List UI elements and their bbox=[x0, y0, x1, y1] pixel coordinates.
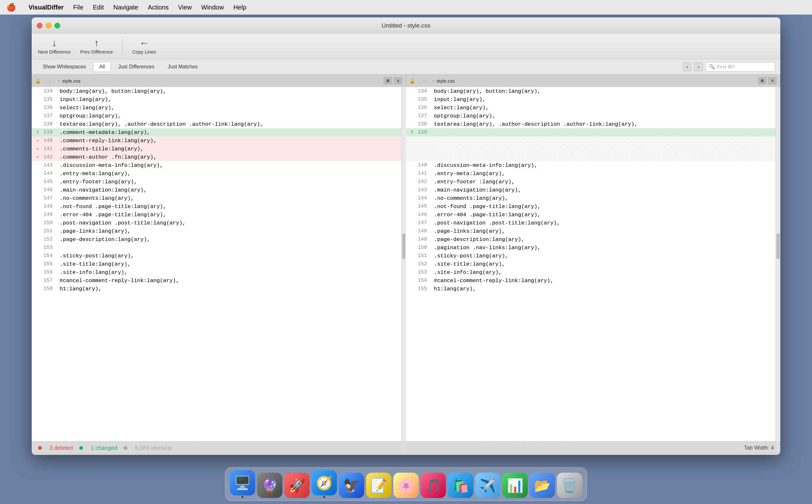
close-button[interactable] bbox=[37, 23, 42, 28]
line-content: .sticky-post:lang(ary), bbox=[57, 253, 401, 259]
menubar-file[interactable]: File bbox=[73, 4, 83, 11]
line-number: 155 bbox=[414, 286, 431, 292]
line-content: #cancel-comment-reply-link:lang(ary), bbox=[431, 278, 776, 284]
dock: 🖥️ 🔮 🚀 🧭 🦅 📝 🌸 🎵 bbox=[225, 467, 587, 501]
line-content: optgroup:lang(ary), bbox=[431, 113, 776, 119]
deleted-dot bbox=[38, 446, 42, 450]
line-content: .post-navigation .post-title:lang(ary), bbox=[431, 220, 776, 226]
search-box[interactable]: 🔍 Find ⌘F bbox=[706, 62, 775, 72]
code-line: 140.discussion-meta-info:lang(ary), bbox=[406, 161, 776, 169]
tab-next-arrow[interactable]: › bbox=[694, 62, 703, 71]
prev-difference-button[interactable]: ↑ Prev Difference bbox=[80, 38, 113, 54]
code-line: 145.not-found .page-title:lang(ary), bbox=[406, 202, 776, 211]
right-code-scroll[interactable]: 134body:lang(ary), button:lang(ary),135i… bbox=[406, 87, 776, 442]
right-filetab-btn2[interactable]: ≡ bbox=[768, 77, 777, 85]
line-content: select:lang(ary), bbox=[431, 105, 776, 111]
line-number: 138 bbox=[40, 121, 57, 127]
minimize-button[interactable] bbox=[46, 23, 51, 28]
code-line: 141.entry-meta:lang(ary), bbox=[406, 169, 776, 178]
right-filetab-btn1[interactable]: ⊞ bbox=[758, 77, 767, 85]
left-scrollbar[interactable] bbox=[402, 87, 406, 453]
line-number: 144 bbox=[40, 171, 57, 176]
right-path-sep: › bbox=[433, 78, 434, 83]
downloads-icon[interactable]: 📂 bbox=[530, 473, 555, 498]
line-content: textarea:lang(ary), .author-description … bbox=[431, 121, 776, 127]
menubar-help[interactable]: Help bbox=[233, 4, 246, 11]
safari-icon[interactable]: 🧭 bbox=[312, 470, 337, 495]
copy-lines-button[interactable]: ← Copy Lines bbox=[132, 38, 156, 54]
line-content: .entry-footer:lang(ary), bbox=[57, 179, 401, 185]
menubar-actions[interactable]: Actions bbox=[148, 4, 168, 11]
line-content: .comment-metadata:lang(ary), bbox=[57, 129, 401, 135]
left-filetab-btn2[interactable]: ≡ bbox=[394, 77, 403, 85]
line-content: .page-links:lang(ary), bbox=[57, 228, 401, 234]
notes-icon[interactable]: 📝 bbox=[366, 473, 391, 498]
line-content: .entry-meta:lang(ary), bbox=[431, 171, 776, 177]
siri-icon[interactable]: 🔮 bbox=[257, 473, 282, 498]
line-content: .page-description:lang(ary), bbox=[431, 236, 776, 243]
apple-menu[interactable]: 🍎 bbox=[6, 3, 16, 12]
line-content: .post-navigation .post-title:lang(ary), bbox=[57, 220, 401, 226]
line-content: .comment-reply-link:lang(ary), bbox=[57, 138, 401, 144]
tab-just-matches[interactable]: Just Matches bbox=[162, 62, 204, 72]
code-line: 151.sticky-post:lang(ary), bbox=[406, 252, 776, 260]
code-line: 150.post-navigation .post-title:lang(ary… bbox=[32, 219, 401, 227]
testflight-icon[interactable]: ✈️ bbox=[475, 473, 500, 498]
menubar-view[interactable]: View bbox=[178, 4, 192, 11]
line-content: .main-navigation:lang(ary), bbox=[431, 187, 776, 193]
code-line: 154.sticky-post:lang(ary), bbox=[32, 252, 401, 260]
line-number: 143 bbox=[40, 162, 57, 168]
tab-prev-arrow[interactable]: ‹ bbox=[683, 62, 692, 71]
left-filetab-btn1[interactable]: ⊞ bbox=[384, 77, 392, 85]
appstore-icon[interactable]: 🛍️ bbox=[448, 473, 473, 498]
code-line: -140.comment-reply-link:lang(ary), bbox=[32, 136, 401, 145]
code-line: 149.page-description:lang(ary), bbox=[406, 235, 776, 243]
right-scrollbar[interactable] bbox=[776, 87, 780, 453]
line-content: .site-info:lang(ary), bbox=[431, 269, 776, 275]
code-line bbox=[406, 145, 776, 153]
line-content: .page-description:lang(ary), bbox=[57, 236, 401, 243]
code-line: -142.comment-author .fn:lang(ary), bbox=[32, 153, 401, 161]
trash-icon[interactable]: 🗑️ bbox=[557, 473, 582, 498]
line-content: .discussion-meta-info:lang(ary), bbox=[431, 162, 776, 168]
menubar-navigate[interactable]: Navigate bbox=[113, 4, 138, 11]
tab-show-whitespaces[interactable]: Show Whitespaces bbox=[37, 62, 92, 72]
finder-icon[interactable]: 🖥️ bbox=[230, 470, 255, 495]
line-number: 157 bbox=[40, 278, 57, 283]
left-code-scroll[interactable]: 134body:lang(ary), button:lang(ary),135i… bbox=[32, 87, 401, 442]
right-scrollbar-thumb[interactable] bbox=[777, 234, 780, 259]
menubar-edit[interactable]: Edit bbox=[93, 4, 104, 11]
right-filetab-actions: ⊞ ≡ bbox=[758, 77, 777, 85]
next-difference-button[interactable]: ↓ Next Difference bbox=[38, 38, 71, 54]
line-content: .comment-author .fn:lang(ary), bbox=[57, 154, 401, 160]
tab-just-differences[interactable]: Just Differences bbox=[112, 62, 160, 72]
maximize-button[interactable] bbox=[54, 23, 60, 28]
tab-all[interactable]: All bbox=[93, 62, 111, 72]
code-line: 153.site-info:lang(ary), bbox=[406, 268, 776, 276]
menubar-window[interactable]: Window bbox=[201, 4, 224, 11]
line-content: .entry-footer :lang(ary), bbox=[431, 179, 776, 185]
line-number: 145 bbox=[40, 179, 57, 185]
launchpad-icon[interactable]: 🚀 bbox=[284, 473, 310, 498]
thunderbird-icon[interactable]: 🦅 bbox=[339, 473, 364, 498]
line-number: 149 bbox=[414, 236, 431, 242]
code-line: 143.discussion-meta-info:lang(ary), bbox=[32, 161, 401, 169]
line-number: 144 bbox=[414, 195, 431, 201]
dock-item-thunderbird: 🦅 bbox=[339, 473, 364, 498]
photos-icon[interactable]: 🌸 bbox=[393, 473, 419, 498]
menubar-app-name[interactable]: VisualDiffer bbox=[29, 4, 64, 11]
music-icon[interactable]: 🎵 bbox=[421, 473, 446, 498]
right-file-name[interactable]: style.css bbox=[436, 78, 455, 84]
right-path-prefix: … › … bbox=[418, 79, 430, 83]
code-line: 136select:lang(ary), bbox=[406, 104, 776, 112]
toolbar-separator bbox=[122, 39, 123, 54]
left-file-name[interactable]: style.css bbox=[62, 78, 80, 84]
left-scrollbar-thumb[interactable] bbox=[402, 234, 405, 259]
left-filetab: 🔒 … › … › style.css ⊞ ≡ bbox=[32, 74, 406, 87]
traffic-lights bbox=[37, 23, 60, 28]
code-line: 138textarea:lang(ary), .author-descripti… bbox=[32, 120, 401, 128]
titlebar: Untitled - style.css bbox=[32, 17, 780, 34]
activity-monitor-icon[interactable]: 📊 bbox=[502, 473, 528, 498]
line-number: 142 bbox=[40, 154, 57, 160]
line-number: 136 bbox=[414, 105, 431, 110]
